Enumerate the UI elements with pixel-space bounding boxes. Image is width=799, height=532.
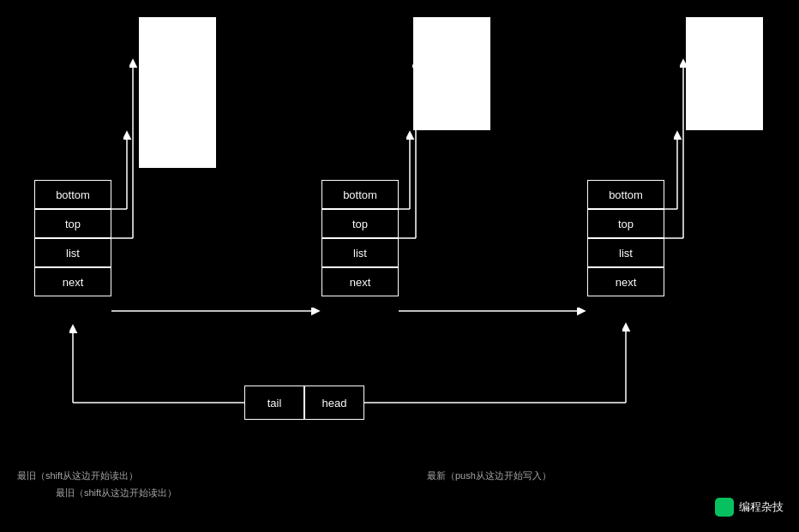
node-1-list: list	[34, 238, 111, 267]
node-2-bottom: bottom	[321, 180, 399, 209]
node-2: bottom top list next	[321, 180, 399, 296]
watermark: 编程杂技	[715, 498, 784, 517]
node-3-next: next	[587, 267, 664, 296]
node-3-top: top	[587, 209, 664, 238]
label-oldest-2: 最旧（shift从这边开始读出）	[56, 487, 177, 499]
tail-head-box: tail head	[244, 386, 364, 420]
node-3: bottom top list next	[587, 180, 664, 296]
stack-3-row-3	[686, 93, 763, 130]
tail-cell: tail	[244, 386, 304, 420]
stack-1-row-1	[139, 17, 216, 55]
head-cell: head	[304, 386, 364, 420]
stack-3-row-1	[686, 17, 763, 55]
stack-3-row-2	[686, 55, 763, 93]
node-1-top: top	[34, 209, 111, 238]
stack-2-row-3	[413, 93, 490, 130]
stack-2-row-2	[413, 55, 490, 93]
node-1-next: next	[34, 267, 111, 296]
stack-2-row-1	[413, 17, 490, 55]
node-1-bottom: bottom	[34, 180, 111, 209]
wechat-icon	[715, 498, 734, 517]
stack-1	[139, 17, 216, 168]
stack-1-row-4	[139, 130, 216, 168]
stack-1-row-3	[139, 93, 216, 130]
stack-2	[413, 17, 490, 130]
node-2-next: next	[321, 267, 399, 296]
stack-1-row-2	[139, 55, 216, 93]
node-2-top: top	[321, 209, 399, 238]
node-1: bottom top list next	[34, 180, 111, 296]
label-oldest-1: 最旧（shift从这边开始读出）	[17, 469, 138, 482]
label-newest: 最新（push从这边开始写入）	[427, 469, 551, 482]
arrows-overlay	[0, 0, 799, 532]
node-3-list: list	[587, 238, 664, 267]
watermark-text: 编程杂技	[739, 499, 784, 515]
node-2-list: list	[321, 238, 399, 267]
diagram: bottom top list next bottom top list nex…	[0, 0, 799, 532]
stack-3	[686, 17, 763, 130]
node-3-bottom: bottom	[587, 180, 664, 209]
